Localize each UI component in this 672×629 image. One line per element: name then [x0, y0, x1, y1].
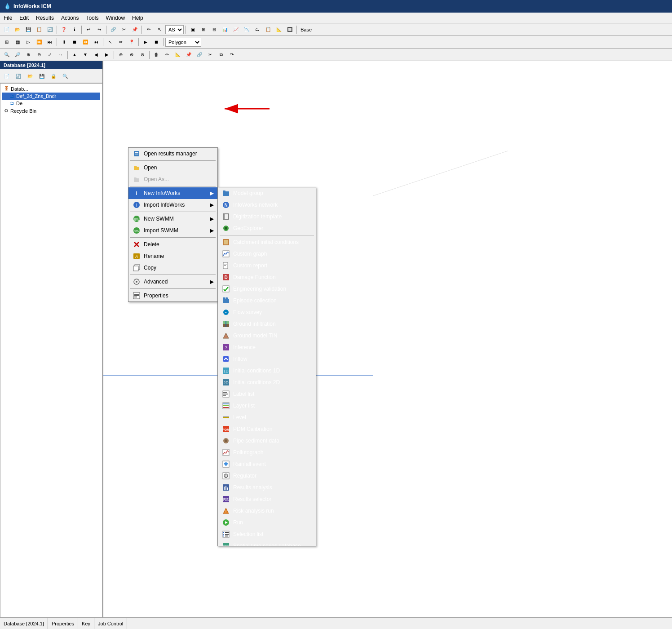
- menu-file[interactable]: File: [0, 13, 16, 23]
- tb3-b8[interactable]: ▼: [80, 50, 90, 60]
- dbt-new[interactable]: 📄: [2, 71, 12, 81]
- sub-level[interactable]: Level: [218, 412, 316, 423]
- tb3-b17[interactable]: 📌: [184, 50, 194, 60]
- dbt-b3[interactable]: 📂: [25, 71, 35, 81]
- sub-pipe-sediment[interactable]: Pipe sediment data: [218, 435, 316, 447]
- sub-ground-model-tin[interactable]: Ground model TIN: [218, 330, 316, 341]
- tb-b5[interactable]: 📈: [231, 25, 241, 35]
- ctx-delete[interactable]: Delete: [128, 239, 217, 250]
- tb2-b4[interactable]: ⏩: [34, 37, 44, 47]
- status-properties[interactable]: Properties: [48, 618, 78, 629]
- tb3-b19[interactable]: ✂: [205, 50, 215, 60]
- tb-help[interactable]: ❓: [59, 25, 69, 35]
- tb-b7[interactable]: 🗂: [252, 25, 262, 35]
- tb3-b6[interactable]: ↔: [56, 50, 66, 60]
- tb-undo[interactable]: ↩: [84, 25, 93, 35]
- sub-catchment-ic[interactable]: Catchment initial conditions: [218, 236, 316, 248]
- ctx-rename[interactable]: A Rename: [128, 250, 217, 262]
- ctx-new-infoworks[interactable]: i New InfoWorks ▶ Model group: [128, 187, 217, 199]
- tb-b8[interactable]: 📋: [263, 25, 273, 35]
- tb3-b9[interactable]: ◀: [91, 50, 101, 60]
- sub-iw-network[interactable]: N InfoWorks network: [218, 199, 316, 211]
- toolbar-combo-as[interactable]: AS BS: [165, 25, 184, 34]
- tb-btn4[interactable]: 🔄: [45, 25, 55, 35]
- status-database[interactable]: Database [2024.1]: [0, 618, 48, 629]
- tb3-b14[interactable]: 🗑: [151, 50, 161, 60]
- toolbar-polygon-combo[interactable]: Polygon: [165, 38, 201, 47]
- sub-spatial-ts[interactable]: STS Spatial time series database: [218, 540, 316, 546]
- tb2-b1[interactable]: ⊞: [2, 37, 12, 47]
- tb-new[interactable]: 📄: [2, 25, 12, 35]
- ctx-open-results-manager[interactable]: Open results manager: [128, 148, 217, 159]
- tb2-b8[interactable]: ⏪: [80, 37, 90, 47]
- status-key[interactable]: Key: [78, 618, 94, 629]
- tb-save[interactable]: 💾: [23, 25, 33, 35]
- tb3-b4[interactable]: ⊖: [34, 50, 44, 60]
- sub-pdm-calibration[interactable]: PDM PDM Calibration: [218, 423, 316, 435]
- menu-tools[interactable]: Tools: [82, 13, 102, 23]
- ctx-properties[interactable]: Properties: [128, 290, 217, 301]
- status-job-control[interactable]: Job Control: [94, 618, 127, 629]
- tb3-b1[interactable]: 🔍: [2, 50, 12, 60]
- tree-item-de[interactable]: 🗂 De: [2, 100, 100, 107]
- sub-eng-validation[interactable]: Engineering validation: [218, 283, 316, 295]
- tb3-b15[interactable]: ✏: [162, 50, 172, 60]
- tb2-b6[interactable]: ⏸: [59, 37, 69, 47]
- sub-risk-analysis[interactable]: ! Risk analysis run: [218, 505, 316, 517]
- ctx-import-infoworks[interactable]: i Import InfoWorks ▶: [128, 199, 217, 211]
- tb-btn9[interactable]: 🔗: [108, 25, 118, 35]
- sub-results-analysis[interactable]: Results analysis: [218, 482, 316, 493]
- tb2-b12[interactable]: 📍: [127, 37, 137, 47]
- tb-cursor[interactable]: ↖: [155, 25, 164, 35]
- sub-layer-list[interactable]: Layer list: [218, 400, 316, 412]
- sub-selection-list[interactable]: Selection list: [218, 528, 316, 540]
- tb2-b3[interactable]: ▷: [23, 37, 33, 47]
- tb-b2[interactable]: ⊞: [199, 25, 208, 35]
- tree-item-def[interactable]: 🗂 Def_2d_Zns_Bndr: [2, 93, 100, 100]
- tb2-b7[interactable]: ⏹: [70, 37, 80, 47]
- tb-b9[interactable]: 📐: [274, 25, 284, 35]
- sub-label-list[interactable]: Label list: [218, 388, 316, 400]
- tb3-b7[interactable]: ▲: [70, 50, 80, 60]
- tb3-b12[interactable]: ⊗: [127, 50, 137, 60]
- sub-pollutograph[interactable]: Pollutograph: [218, 447, 316, 458]
- tb3-b2[interactable]: 🔎: [13, 50, 22, 60]
- tb-b3[interactable]: ⊟: [209, 25, 219, 35]
- tb-open[interactable]: 📂: [13, 25, 22, 35]
- ctx-import-swmm[interactable]: SW Import SWMM ▶: [128, 225, 217, 236]
- ctx-copy[interactable]: Copy: [128, 262, 217, 274]
- dbt-b4[interactable]: 💾: [37, 71, 47, 81]
- ctx-new-swmm[interactable]: SW New SWMM ▶: [128, 213, 217, 225]
- tree-item-recycle[interactable]: ♻ Recycle Bin: [2, 107, 100, 115]
- menu-results[interactable]: Results: [32, 13, 57, 23]
- sub-custom-report[interactable]: Custom report: [218, 260, 316, 271]
- sub-dig-template[interactable]: Digitization template: [218, 211, 316, 222]
- sub-inference[interactable]: ? Inference: [218, 341, 316, 353]
- menu-help[interactable]: Help: [128, 13, 147, 23]
- dbt-refresh[interactable]: 🔄: [13, 71, 23, 81]
- tb3-b5[interactable]: ⤢: [45, 50, 55, 60]
- menu-edit[interactable]: Edit: [16, 13, 32, 23]
- tb-save2[interactable]: 📋: [34, 25, 44, 35]
- sub-geo-explorer[interactable]: GeoExplorer: [218, 222, 316, 234]
- sub-ground-infiltration[interactable]: Ground infiltration: [218, 318, 316, 330]
- menu-actions[interactable]: Actions: [57, 13, 82, 23]
- tb2-b10[interactable]: ↖: [105, 37, 115, 47]
- sub-flow-survey[interactable]: ~ Flow survey: [218, 306, 316, 318]
- tb-redo[interactable]: ↪: [94, 25, 104, 35]
- tb3-b20[interactable]: ⧉: [216, 50, 226, 60]
- menu-window[interactable]: Window: [102, 13, 128, 23]
- tb-b10[interactable]: 🔲: [285, 25, 295, 35]
- ctx-advanced[interactable]: Advanced ▶: [128, 276, 217, 288]
- sub-run[interactable]: Run: [218, 517, 316, 528]
- sub-initial-conditions-1d[interactable]: 1D Initial conditions 1D: [218, 365, 316, 377]
- tb2-run[interactable]: ▶: [141, 37, 150, 47]
- tb-btn10[interactable]: ✂: [119, 25, 129, 35]
- tb-b1[interactable]: ▣: [188, 25, 198, 35]
- tb3-b21[interactable]: ↷: [227, 50, 237, 60]
- tb2-stop[interactable]: ⏹: [151, 37, 161, 47]
- tb3-b18[interactable]: 🔗: [195, 50, 204, 60]
- tb2-b5[interactable]: ⏭: [45, 37, 55, 47]
- sub-custom-graph[interactable]: Custom graph: [218, 248, 316, 260]
- tb2-b2[interactable]: ▦: [13, 37, 22, 47]
